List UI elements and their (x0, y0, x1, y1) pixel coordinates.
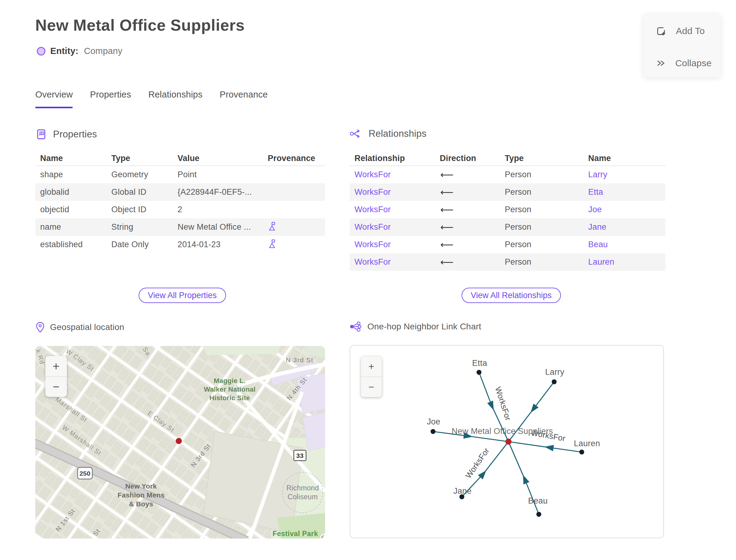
node-center-entity[interactable] (505, 439, 512, 445)
route-shield-33: 33 (294, 450, 306, 461)
table-row: WorksFor ⟵ Person Lauren (350, 253, 665, 271)
view-all-relationships-button[interactable]: View All Relationships (462, 288, 561, 303)
col-relationship: Relationship (350, 154, 435, 163)
node-label: Joe (427, 417, 440, 426)
map-zoom-control: + − (45, 356, 67, 397)
chart-zoom-control: + − (361, 356, 382, 397)
prop-type: Date Only (106, 240, 173, 249)
entity-label: Entity: (50, 46, 79, 56)
direction-arrow: ⟵ (435, 222, 500, 232)
node-beau[interactable] (536, 512, 541, 517)
col-value: Value (173, 154, 259, 163)
prop-value: Point (173, 170, 259, 179)
direction-arrow: ⟵ (435, 239, 500, 250)
map-pin-icon (35, 321, 45, 333)
related-entity-link[interactable]: Beau (583, 240, 665, 249)
relationship-link[interactable]: WorksFor (350, 205, 435, 214)
related-entity-link[interactable]: Lauren (583, 257, 665, 267)
table-row: WorksFor ⟵ Person Jane (350, 218, 665, 236)
entity-subtitle: Entity: Company (37, 46, 122, 56)
node-lauren[interactable] (579, 450, 584, 455)
add-to-button[interactable]: Add To (655, 25, 705, 37)
geospatial-section-header: Geospatial location (35, 321, 124, 333)
prop-name: established (35, 240, 106, 249)
zoom-in-button[interactable]: + (361, 356, 382, 377)
tab-properties[interactable]: Properties (90, 90, 131, 108)
entity-location-marker[interactable] (176, 438, 182, 444)
node-joe[interactable] (431, 429, 435, 434)
node-larry[interactable] (552, 379, 557, 384)
zoom-in-button[interactable]: + (45, 356, 67, 376)
rel-type: Person (500, 222, 583, 232)
tab-relationships[interactable]: Relationships (148, 90, 203, 108)
table-row: WorksFor ⟵ Person Beau (350, 236, 665, 253)
col-type: Type (106, 154, 173, 163)
rel-type: Person (500, 240, 583, 249)
prop-name: objectid (35, 205, 106, 214)
entity-type-value: Company (84, 46, 123, 56)
provenance-flag-icon[interactable] (259, 239, 325, 251)
entity-type-dot-icon (37, 47, 45, 56)
svg-text:250: 250 (79, 470, 90, 477)
table-row: established Date Only 2014-01-23 (35, 236, 325, 253)
related-entity-link[interactable]: Etta (583, 187, 665, 197)
rel-type: Person (500, 170, 583, 179)
basemap: 250 33 (35, 346, 325, 539)
col-name: Name (35, 154, 106, 163)
prop-value: New Metal Office ... (173, 222, 259, 232)
prop-value: 2 (173, 205, 259, 214)
col-type: Type (500, 154, 583, 163)
node-etta[interactable] (477, 370, 481, 375)
properties-table: Name Type Value Provenance shape Geometr… (35, 151, 325, 253)
tab-overview[interactable]: Overview (35, 90, 73, 108)
related-entity-link[interactable]: Jane (583, 222, 665, 232)
prop-name: globalid (35, 187, 106, 197)
provenance-flag-icon[interactable] (259, 221, 325, 233)
relationship-link[interactable]: WorksFor (350, 222, 435, 232)
table-row: globalid Global ID {A228944F-0EF5-... (35, 183, 325, 201)
prop-name: name (35, 222, 106, 232)
col-name: Name (583, 154, 665, 163)
rel-type: Person (500, 187, 583, 197)
relationship-link[interactable]: WorksFor (350, 257, 435, 267)
svg-text:33: 33 (296, 452, 304, 459)
node-label: Larry (545, 367, 565, 377)
zoom-out-button[interactable]: − (361, 377, 382, 397)
add-to-icon (655, 25, 667, 37)
col-direction: Direction (435, 154, 500, 163)
prop-type: Geometry (106, 170, 173, 179)
direction-arrow: ⟵ (435, 257, 500, 267)
double-chevron-right-icon (655, 58, 666, 69)
link-chart-section-header: One-hop Neighbor Link Chart (350, 321, 481, 332)
link-chart-section-title: One-hop Neighbor Link Chart (367, 322, 481, 332)
prop-type: String (106, 222, 173, 232)
node-label: Jane (453, 486, 471, 496)
prop-type: Global ID (106, 187, 173, 197)
tab-bar: Overview Properties Relationships Proven… (35, 90, 268, 108)
node-label: Etta (472, 359, 488, 368)
route-shield-250: 250 (78, 467, 92, 479)
relationship-link[interactable]: WorksFor (350, 170, 435, 179)
relationship-link[interactable]: WorksFor (350, 240, 435, 249)
table-row: WorksFor ⟵ Person Larry (350, 166, 665, 183)
properties-table-header: Name Type Value Provenance (35, 151, 325, 166)
entity-detail-page: New Metal Office Suppliers Entity: Compa… (0, 0, 736, 560)
collapse-button[interactable]: Collapse (655, 58, 711, 69)
zoom-out-button[interactable]: − (45, 376, 67, 397)
rel-type: Person (500, 205, 583, 214)
table-row: objectid Object ID 2 (35, 201, 325, 218)
tab-provenance[interactable]: Provenance (220, 90, 268, 108)
map-canvas[interactable]: 250 33 k Rd W Clay St Sa Marshall St W M… (35, 346, 325, 539)
edge-lauren (508, 442, 582, 452)
properties-icon (35, 128, 48, 140)
rel-type: Person (500, 257, 583, 267)
node-label: Beau (528, 496, 548, 505)
link-chart-canvas[interactable]: WorksFor WorksFor WorksFor Etta Larry Jo… (350, 345, 664, 538)
related-entity-link[interactable]: Larry (583, 170, 665, 179)
collapse-label: Collapse (675, 58, 711, 68)
related-entity-link[interactable]: Joe (583, 205, 665, 214)
view-all-properties-button[interactable]: View All Properties (139, 288, 226, 303)
properties-section-title: Properties (53, 129, 97, 140)
col-provenance: Provenance (259, 154, 325, 163)
relationship-link[interactable]: WorksFor (350, 187, 435, 197)
